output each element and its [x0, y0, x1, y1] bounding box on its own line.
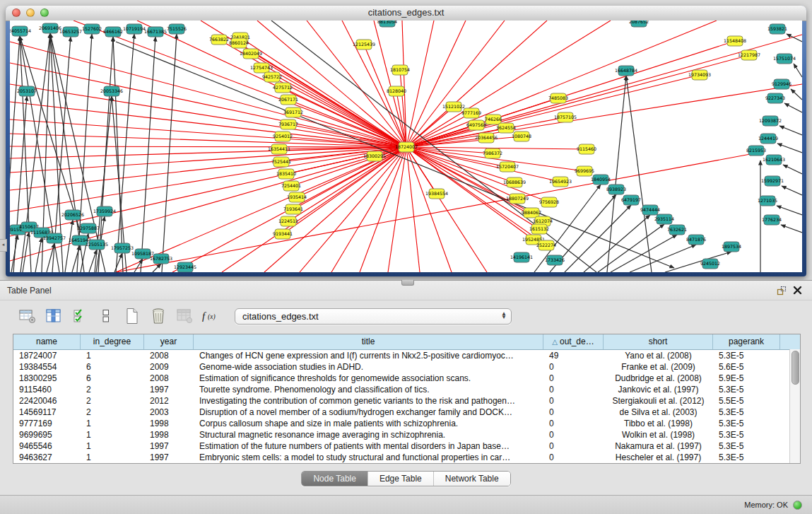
- tab-edge-table[interactable]: Edge Table: [367, 472, 433, 486]
- table-cell: 9463627: [13, 452, 81, 463]
- table-row[interactable]: 946554611997Estimation of the future num…: [13, 440, 800, 452]
- window-minimize-button[interactable]: [26, 8, 35, 17]
- table-row[interactable]: 911546021997Tourette syndrome. Phenomeno…: [13, 384, 800, 395]
- graph-node-label: 10958187: [131, 251, 154, 256]
- graph-node-label: 9245012: [700, 261, 720, 266]
- table-cell: 9777169: [13, 418, 81, 429]
- network-canvas[interactable]: 1872400715121022977716964975687462663624…: [10, 21, 802, 272]
- table-cell: Embryonic stem cells: a model to study s…: [194, 452, 543, 463]
- network-window-titlebar[interactable]: citations_edges.txt: [6, 6, 806, 21]
- function-builder-icon[interactable]: f (x): [200, 306, 221, 326]
- graph-node-label: 9129946: [772, 81, 792, 86]
- table-cell: 1997: [144, 384, 194, 395]
- graph-node-label: 9425722: [262, 74, 282, 79]
- graph-node-label: 9227343: [765, 95, 785, 100]
- graph-node-label: 1733426: [545, 257, 565, 262]
- table-cell: 1: [81, 452, 144, 463]
- column-header-name[interactable]: name: [13, 334, 81, 349]
- column-header-title[interactable]: title: [194, 334, 543, 349]
- table-cell: 9115460: [13, 384, 81, 395]
- table-cell: 5.3E-5: [713, 418, 780, 429]
- graph-edge: [116, 42, 674, 268]
- network-window-title: citations_edges.txt: [6, 6, 806, 20]
- table-row[interactable]: 2242004622012Investigating the contribut…: [13, 395, 800, 407]
- delete-trash-icon[interactable]: [148, 306, 169, 326]
- graph-node-label: 3624554: [496, 125, 516, 130]
- rows-icon[interactable]: [95, 306, 117, 326]
- table-cell: 0: [543, 361, 604, 373]
- table-cell: Corpus callosum shape and size in male p…: [194, 418, 543, 429]
- column-header-short[interactable]: short: [604, 334, 713, 349]
- graph-node-label: 18402049: [240, 51, 262, 56]
- table-cell: 1997: [144, 452, 194, 463]
- graph-node-label: 20053346: [100, 88, 123, 93]
- graph-node-label: 2067171: [278, 97, 298, 102]
- network-window: citations_edges.txt 18724007151210229777…: [6, 6, 806, 276]
- graph-node-label: 16648784: [615, 68, 637, 73]
- float-panel-icon[interactable]: [774, 284, 789, 297]
- table-row[interactable]: 969969511998Structural magnetic resonanc…: [13, 429, 800, 440]
- table-panel: Table Panel: [0, 280, 812, 495]
- sidebar-collapse-handle[interactable]: ◂: [0, 239, 7, 252]
- column-header-year[interactable]: year: [144, 334, 194, 349]
- table-cell: Structural magnetic resonance image aver…: [194, 429, 543, 440]
- table-cell: Estimation of significance thresholds fo…: [194, 373, 543, 384]
- graph-node-label: 10653257: [59, 29, 82, 34]
- memory-status-indicator[interactable]: [793, 501, 802, 510]
- graph-edge: [782, 186, 802, 195]
- column-header-pagerank[interactable]: pagerank: [713, 334, 780, 349]
- column-header-out_de[interactable]: △out_de…: [543, 334, 604, 349]
- graph-node-label: 1935414: [287, 194, 307, 199]
- graph-edge: [777, 144, 802, 153]
- graph-node-label: 15751074: [773, 56, 796, 61]
- table-row[interactable]: 977716911998Corpus callosum shape and si…: [13, 418, 800, 429]
- graph-node-label: 15121022: [442, 104, 465, 109]
- tab-node-table[interactable]: Node Table: [302, 472, 367, 486]
- new-document-icon[interactable]: [122, 306, 143, 326]
- graph-node-label: 12923445: [174, 264, 196, 269]
- graph-node-label: 7254401: [281, 183, 301, 188]
- graph-node-label: 10719194: [123, 26, 146, 31]
- tab-network-table[interactable]: Network Table: [433, 472, 510, 486]
- select-columns-icon[interactable]: [69, 306, 90, 326]
- graph-edge: [113, 37, 123, 272]
- table-row[interactable]: 946362711997Embryonic stem cells: a mode…: [13, 452, 800, 463]
- network-table-selector[interactable]: citations_edges.txt ▲▼: [235, 308, 512, 325]
- citation-network-graph[interactable]: 1872400715121022977716964975687462663624…: [10, 21, 802, 272]
- graph-node-label: 7193641: [283, 206, 303, 211]
- graph-node-label: 16782753: [150, 256, 172, 261]
- table-cell: 19384554: [13, 361, 81, 373]
- table-cell: 9465546: [13, 440, 81, 452]
- graph-edge: [291, 147, 406, 186]
- scrollbar-thumb[interactable]: [792, 351, 799, 385]
- table-row[interactable]: 1872400712008Changes of HCN gene express…: [13, 350, 800, 361]
- graph-node-label: 9884067: [522, 210, 541, 215]
- graph-node-label: 17359924: [93, 209, 116, 214]
- show-columns-icon[interactable]: [43, 306, 64, 326]
- table-cell: 0: [543, 395, 604, 407]
- table-cell: 1: [81, 429, 144, 440]
- table-settings-icon[interactable]: [17, 306, 38, 326]
- table-vertical-scrollbar[interactable]: [789, 349, 800, 463]
- table-body: 1872400712008Changes of HCN gene express…: [13, 350, 800, 463]
- table-row[interactable]: 1938455462009Genome-wide association stu…: [13, 361, 800, 373]
- graph-edge: [35, 238, 42, 272]
- window-zoom-button[interactable]: [40, 8, 49, 17]
- graph-edge: [23, 232, 29, 272]
- graph-node-label: 32975887: [77, 226, 100, 230]
- table-row[interactable]: 1456911722003Disruption of a novel membe…: [13, 407, 800, 418]
- table-cell: 5.3E-5: [713, 429, 780, 440]
- graph-node-label: 1840954: [591, 177, 611, 182]
- table-cell: 18300295: [13, 373, 81, 384]
- window-close-button[interactable]: [12, 8, 20, 17]
- graph-edge: [630, 245, 696, 272]
- column-header-in_degree[interactable]: in_degree: [81, 334, 144, 349]
- close-panel-icon[interactable]: [789, 284, 805, 297]
- table-row[interactable]: 1830029562008Estimation of significance …: [13, 373, 800, 384]
- graph-node-label: 1615132: [529, 226, 549, 231]
- panel-splitter-grip[interactable]: [401, 280, 414, 286]
- table-cell: 2: [81, 384, 144, 395]
- table-cell: 1: [81, 418, 144, 429]
- table-cell: 5.3E-5: [713, 440, 780, 452]
- graph-node-label: 8860124: [229, 40, 249, 45]
